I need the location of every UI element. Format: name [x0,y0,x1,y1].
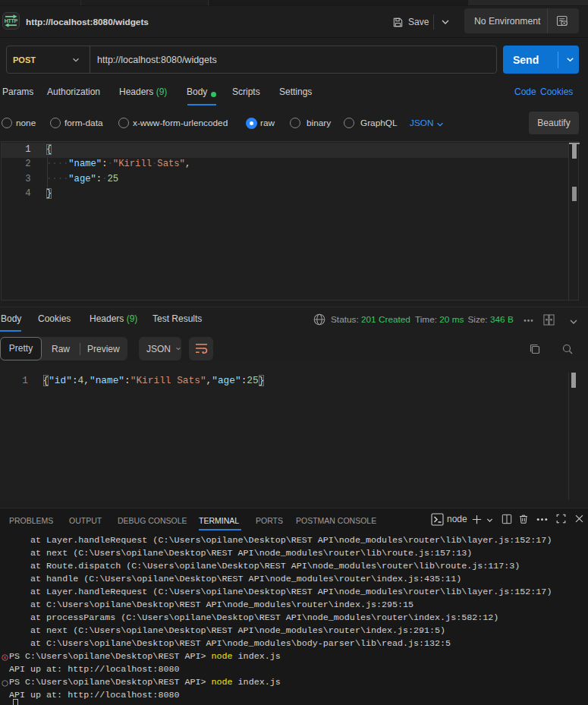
svg-text:HTTP: HTTP [5,17,18,24]
